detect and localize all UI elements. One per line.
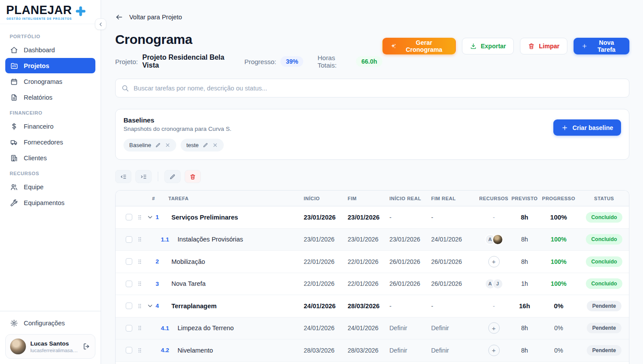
drag-handle-icon[interactable] [137, 258, 143, 265]
close-icon[interactable] [212, 142, 218, 148]
baseline-chip-label: teste [186, 142, 199, 148]
edit-task-button[interactable] [164, 170, 181, 183]
table-row-task-4.1[interactable]: 4.1Limpeza do Terreno24/01/202624/01/202… [116, 317, 629, 340]
file-icon [10, 94, 18, 101]
date-cell: 23/01/2026 [304, 236, 334, 243]
pencil-icon[interactable] [203, 142, 208, 148]
generate-schedule-button[interactable]: Gerar Cronograma [382, 38, 456, 54]
date-cell: 26/01/2026 [431, 280, 462, 287]
close-icon[interactable] [165, 142, 171, 148]
add-resource-button[interactable]: + [488, 322, 500, 334]
baselines-subtitle: Snapshots do cronograma para Curva S. [124, 126, 231, 132]
sidebar-item-equipe[interactable]: Equipe [5, 179, 95, 195]
task-number: 3 [156, 281, 165, 287]
date-cell: - [431, 303, 433, 310]
back-label: Voltar para Projeto [129, 14, 182, 21]
baseline-chip-teste[interactable]: teste [181, 139, 224, 151]
table-row-task-1.1[interactable]: 1.1Instalações Provisórias23/01/202623/0… [116, 229, 629, 251]
row-checkbox[interactable] [126, 214, 132, 220]
baseline-chip-baseline[interactable]: Baseline [124, 139, 176, 151]
sidebar-item-cronogramas[interactable]: Cronogramas [5, 74, 95, 89]
drag-handle-icon[interactable] [137, 280, 143, 287]
pencil-icon[interactable] [155, 142, 161, 148]
col-header-status: STATUS [578, 196, 629, 201]
status-badge: Pendente [587, 301, 621, 311]
progress-value: 0% [554, 324, 563, 332]
download-icon [470, 43, 477, 50]
date-cell: 24/01/2026 [304, 303, 336, 310]
resource-avatars[interactable]: AJ [485, 278, 503, 289]
task-toolbar [115, 170, 629, 183]
user-card[interactable]: Lucas Santos lucasferreiralimasant... [5, 334, 95, 359]
sidebar-item-financeiro[interactable]: Financeiro [5, 119, 95, 134]
task-number: 1 [156, 214, 165, 220]
sidebar-item-clientes[interactable]: Clientes [5, 150, 95, 166]
logout-icon[interactable] [83, 342, 91, 350]
plus-icon [561, 124, 568, 131]
date-cell: 23/01/2026 [304, 214, 336, 221]
row-checkbox[interactable] [126, 347, 132, 353]
row-checkbox[interactable] [126, 258, 132, 265]
sidebar-collapse-button[interactable] [95, 18, 106, 30]
drag-handle-icon[interactable] [137, 324, 143, 332]
date-cell[interactable]: Definir [389, 324, 407, 332]
sidebar-item-projetos[interactable]: Projetos [5, 58, 95, 73]
table-row-task-1[interactable]: 1Serviços Preliminares23/01/202623/01/20… [116, 206, 629, 229]
sidebar-item-configuracoes[interactable]: Configurações [5, 316, 95, 331]
date-cell[interactable]: Definir [389, 347, 407, 354]
indent-button[interactable] [135, 170, 152, 183]
date-cell[interactable]: Definir [431, 347, 449, 354]
drag-handle-icon[interactable] [137, 236, 143, 243]
export-button[interactable]: Exportar [462, 38, 514, 54]
date-cell: - [389, 214, 392, 221]
table-row-task-2[interactable]: 2Mobilização22/01/202622/01/202626/01/20… [116, 251, 629, 273]
dollar-icon [10, 123, 18, 130]
delete-task-button[interactable] [185, 170, 201, 183]
add-resource-button[interactable]: + [488, 345, 500, 356]
table-row-task-5[interactable]: 5Fundações17/03/202617/03/202622/01/2026… [116, 362, 629, 364]
date-cell[interactable]: Definir [431, 324, 449, 332]
sidebar-bottom: Configurações Lucas Santos lucasferreira… [0, 311, 101, 364]
drag-handle-icon[interactable] [137, 347, 143, 354]
sidebar-item-equipamentos[interactable]: Equipamentos [5, 195, 95, 210]
date-cell: 28/03/2026 [348, 347, 378, 354]
truck-icon [10, 138, 18, 146]
chevron-down-icon[interactable] [147, 214, 153, 220]
new-task-button[interactable]: Nova Tarefa [574, 38, 629, 54]
drag-handle-icon[interactable] [137, 214, 143, 221]
task-number: 4 [156, 303, 165, 309]
date-cell: 22/01/2026 [348, 280, 378, 287]
progress-value: 100% [550, 213, 567, 221]
outdent-button[interactable] [115, 170, 131, 183]
row-checkbox[interactable] [126, 325, 132, 332]
page-title: Cronograma [115, 32, 382, 47]
sidebar-item-relatorios[interactable]: Relatórios [5, 90, 95, 105]
row-checkbox[interactable] [126, 236, 132, 243]
baseline-chip-label: Baseline [129, 142, 151, 148]
chevron-down-icon[interactable] [147, 303, 153, 309]
table-header-row: #TAREFAINÍCIOFIMINÍCIO REALFIM REALRECUR… [116, 191, 629, 206]
planned-hours: 8h [521, 258, 528, 265]
row-checkbox[interactable] [126, 281, 132, 287]
resources-empty: - [493, 214, 495, 221]
nav-section-label-portfolio: PORTFÓLIO [10, 34, 91, 39]
search-input[interactable] [134, 85, 623, 92]
clear-button[interactable]: Limpar [520, 38, 567, 54]
hours-label: Horas Totais: [317, 54, 352, 69]
back-link[interactable]: Voltar para Projeto [115, 13, 629, 21]
resource-avatars[interactable]: A [485, 234, 503, 245]
drag-handle-icon[interactable] [137, 303, 143, 310]
calendar-icon [10, 78, 18, 86]
table-row-task-4[interactable]: 4Terraplanagem24/01/202628/03/2026---16h… [116, 295, 629, 317]
task-name: Nivelamento [178, 347, 213, 354]
sidebar-item-dashboard[interactable]: Dashboard [5, 42, 95, 58]
table-row-task-3[interactable]: 3Nova Tarefa22/01/202622/01/202626/01/20… [116, 273, 629, 296]
resources-empty: - [493, 303, 495, 310]
sidebar-item-fornecedores[interactable]: Fornecedores [5, 134, 95, 150]
progress-value: 100% [551, 236, 567, 243]
add-resource-button[interactable]: + [488, 256, 500, 267]
table-row-task-4.2[interactable]: 4.2Nivelamento28/03/202628/03/2026Defini… [116, 339, 629, 362]
building-icon [10, 154, 18, 162]
row-checkbox[interactable] [126, 303, 132, 309]
create-baseline-button[interactable]: Criar baseline [553, 119, 621, 136]
